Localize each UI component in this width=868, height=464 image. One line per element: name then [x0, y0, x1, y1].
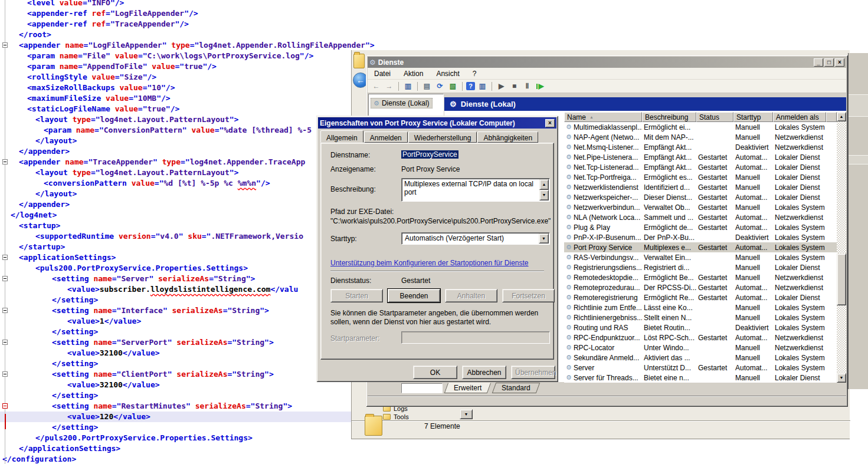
- service-row[interactable]: ⚙NLA (Network Loca...Sammelt und ...Gest…: [564, 212, 837, 222]
- service-row[interactable]: ⚙Registrierungsdiens...Registriert di...…: [564, 262, 837, 272]
- dialog-titlebar[interactable]: Eigenschaften von Port Proxy Service (Lo…: [318, 117, 556, 129]
- table-cell: Netzwerkdienst: [773, 284, 826, 292]
- pause-service-icon[interactable]: Ⅱ: [522, 81, 533, 91]
- service-row[interactable]: ⚙Net.Tcp-Listenerad...Empfängt Akt...Ges…: [564, 162, 837, 172]
- fold-toggle-icon[interactable]: [2, 255, 8, 260]
- service-row[interactable]: ⚙Netzwerkspeicher-...Dieser Dienst...Ges…: [564, 192, 837, 202]
- service-row[interactable]: ⚙Port Proxy ServiceMultiplexes e...Gesta…: [564, 242, 837, 252]
- restart-service-icon[interactable]: ▶: [535, 81, 546, 91]
- apply-button[interactable]: Übernehmen: [511, 366, 555, 379]
- stop-service-icon[interactable]: ■: [509, 81, 520, 91]
- table-cell: Automat...: [733, 213, 773, 222]
- view-tab[interactable]: Erweitert: [444, 383, 492, 393]
- service-row[interactable]: ⚙Netzwerkverbindun...Verwaltet Ob...Gest…: [564, 202, 837, 212]
- service-row[interactable]: ⚙RPC-LocatorUnter Windo...ManuellNetzwer…: [564, 343, 837, 353]
- service-row[interactable]: ⚙NetzwerklistendienstIdentifiziert d...G…: [564, 182, 837, 192]
- table-cell: Ermöglicht Be...: [642, 274, 696, 282]
- pause-button[interactable]: Anhalten: [445, 289, 497, 302]
- service-row[interactable]: ⚙PnP-X-IP-Busenum...Der PnP-X-Bu...Deakt…: [564, 232, 837, 242]
- help-icon[interactable]: ?: [466, 82, 475, 90]
- services-window-titlebar[interactable]: ⚙ Dienste _ □ ×: [368, 57, 846, 68]
- service-row[interactable]: ⚙Routing und RASBietet Routin...Deaktivi…: [564, 323, 837, 333]
- start-params-label: Startparameter:: [330, 334, 379, 343]
- fold-toggle-icon[interactable]: [2, 42, 8, 48]
- resume-button[interactable]: Fortsetzen: [502, 289, 555, 302]
- action-pane-icon[interactable]: ▥: [477, 81, 488, 91]
- service-row[interactable]: ⚙Plug & PlayErmöglicht de...GestartetAut…: [564, 222, 837, 232]
- tree-item-dienste-lokal[interactable]: ⚙ Dienste (Lokal): [371, 98, 433, 108]
- folder-list-item[interactable]: Tools: [383, 413, 409, 420]
- service-row[interactable]: ⚙Richtlinie zum Entfe...Lässt eine Ko...…: [564, 302, 837, 312]
- service-row[interactable]: ⚙Remoteprozedurau...Der RPCSS-Di...Gesta…: [564, 282, 837, 292]
- ok-button[interactable]: OK: [413, 366, 457, 379]
- service-name-value[interactable]: PortProxyService: [401, 150, 458, 159]
- table-cell: Lokaler Dienst: [773, 163, 826, 172]
- service-row[interactable]: ⚙ServerUnterstützt D...GestartetAutomat.…: [564, 363, 837, 373]
- description-scroll-up[interactable]: ▲: [539, 179, 549, 190]
- table-cell: Lokales System: [773, 243, 826, 252]
- service-row[interactable]: ⚙Net.Msmq-Listener...Empfängt Akt...Deak…: [564, 142, 837, 152]
- service-row[interactable]: ⚙RAS-Verbindungsv...Verwaltet Ein...Manu…: [564, 252, 837, 262]
- start-params-input[interactable]: [401, 331, 550, 344]
- service-row[interactable]: ⚙Richtlinienergebniss...Stellt einen N..…: [564, 312, 837, 323]
- forward-icon[interactable]: →: [384, 81, 395, 91]
- fold-toggle-icon[interactable]: [2, 340, 8, 345]
- combo-dropdown-button[interactable]: ▼: [539, 233, 549, 243]
- column-header[interactable]: Status: [696, 112, 733, 122]
- maximize-button[interactable]: □: [824, 58, 834, 67]
- service-row[interactable]: ⚙Multimediaklassenpl...Ermöglicht ei...M…: [564, 122, 837, 132]
- service-row[interactable]: ⚙Server für Threads...Bietet eine n...Ma…: [564, 373, 837, 383]
- refresh-icon[interactable]: ⟳: [434, 81, 446, 91]
- table-cell: Lokaler Dienst: [773, 294, 826, 302]
- dialog-tab[interactable]: Anmelden: [364, 131, 408, 143]
- column-header[interactable]: Anmelden als: [773, 112, 826, 122]
- export-list-icon[interactable]: ▧: [447, 81, 458, 91]
- description-scroll-down[interactable]: ▼: [539, 190, 549, 200]
- properties-icon[interactable]: ▤: [421, 81, 433, 91]
- dropdown-button[interactable]: ▼: [460, 409, 473, 419]
- cancel-button[interactable]: Abbrechen: [462, 366, 506, 379]
- startup-type-select[interactable]: Automatisch (Verzögerter Start) ▼: [401, 232, 550, 245]
- fold-toggle-icon[interactable]: [2, 276, 8, 281]
- service-row[interactable]: ⚙Remotedesktopdie...Ermöglicht Be...Gest…: [564, 272, 837, 282]
- menu-item[interactable]: Aktion: [397, 68, 430, 79]
- dialog-tab[interactable]: Abhängigkeiten: [477, 131, 538, 143]
- console-tree-icon[interactable]: ▥: [402, 81, 414, 91]
- column-header[interactable]: Name▲: [564, 112, 642, 122]
- fold-toggle-icon[interactable]: [2, 159, 8, 164]
- description-field[interactable]: Multiplexes external TCP/IP data on loca…: [401, 178, 550, 202]
- column-header[interactable]: Beschreibung: [642, 112, 696, 122]
- fold-toggle-icon[interactable]: [2, 403, 8, 409]
- table-cell: ⚙Netzwerkverbindun...: [564, 203, 642, 212]
- fold-toggle-icon[interactable]: [2, 371, 8, 377]
- scrollbar-thumb[interactable]: [837, 254, 846, 305]
- service-row[interactable]: ⚙Net.Pipe-Listenera...Empfängt Akt...Ges…: [564, 152, 837, 162]
- properties-dialog[interactable]: Eigenschaften von Port Proxy Service (Lo…: [316, 116, 558, 382]
- menu-item[interactable]: Datei: [368, 68, 397, 79]
- dialog-tab[interactable]: Allgemein: [320, 130, 363, 143]
- scroll-up-button[interactable]: ▲: [837, 112, 846, 121]
- service-row[interactable]: ⚙RPC-Endpunktzuor...Löst RPC-Sch...Gesta…: [564, 333, 837, 343]
- dialog-tab[interactable]: Wiederherstellung: [408, 131, 477, 143]
- menu-item[interactable]: ?: [466, 68, 483, 79]
- services-table[interactable]: Name▲BeschreibungStatusStarttypAnmelden …: [564, 112, 837, 383]
- stop-button[interactable]: Beenden: [388, 289, 440, 302]
- menu-item[interactable]: Ansicht: [430, 68, 466, 79]
- column-header[interactable]: Starttyp: [733, 112, 773, 122]
- startup-options-help-link[interactable]: Unterstützung beim Konfigurieren der Sta…: [330, 259, 529, 267]
- close-button[interactable]: ×: [835, 58, 844, 67]
- start-button[interactable]: Starten: [330, 289, 383, 302]
- start-service-icon[interactable]: ▶: [496, 81, 507, 91]
- back-icon[interactable]: ←: [371, 81, 382, 91]
- view-tab[interactable]: Standard: [492, 383, 540, 393]
- dialog-close-button[interactable]: ×: [545, 119, 555, 127]
- scroll-down-button[interactable]: ▼: [837, 373, 846, 383]
- minimize-button[interactable]: _: [814, 58, 823, 67]
- fold-toggle-icon[interactable]: [2, 308, 8, 313]
- service-row[interactable]: ⚙Sekundäre Anmeld...Aktiviert das ...Man…: [564, 353, 837, 363]
- service-row[interactable]: ⚙NAP-Agent (Netwo...Mit dem NAP-...Manue…: [564, 132, 837, 142]
- service-row[interactable]: ⚙Net.Tcp-Portfreiga...Ermöglicht es...Ge…: [564, 172, 837, 182]
- service-row[interactable]: ⚙RemoteregistrierungErmöglicht Re...Gest…: [564, 292, 837, 302]
- filter-box[interactable]: [401, 383, 443, 393]
- vertical-scrollbar[interactable]: ▲ ▼: [837, 112, 846, 383]
